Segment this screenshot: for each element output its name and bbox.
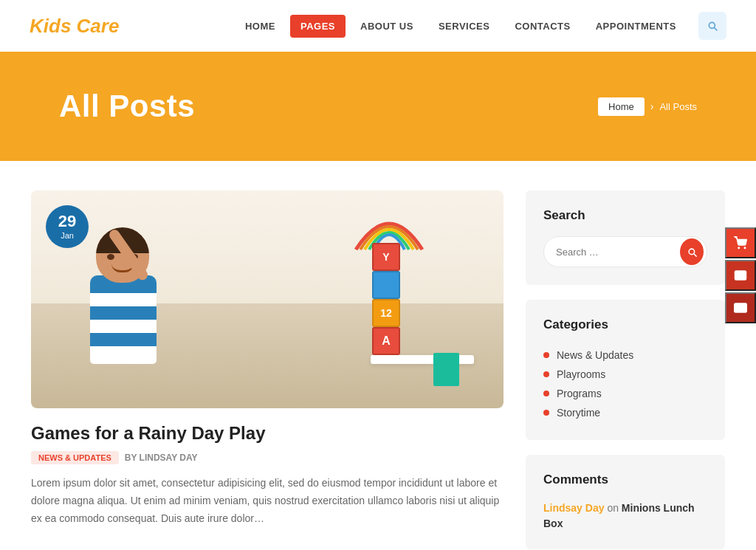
sidebar: Search Categories News & Updates Playroo… <box>526 190 725 550</box>
svg-rect-2 <box>735 303 747 312</box>
email-icon <box>734 269 747 282</box>
post-excerpt: Lorem ipsum dolor sit amet, consectetur … <box>31 475 504 527</box>
comments-widget-title: Comments <box>543 472 707 487</box>
nav-services[interactable]: SERVICES <box>428 15 501 38</box>
search-row <box>543 236 707 267</box>
category-dot <box>543 391 549 396</box>
comment-author-link[interactable]: Lindsay Day <box>543 502 604 514</box>
page-title: All Posts <box>59 89 195 124</box>
category-item-news[interactable]: News & Updates <box>543 346 707 365</box>
nav-pages[interactable]: PAGES <box>290 15 346 38</box>
logo[interactable]: Kids Care <box>30 15 119 38</box>
nav-home[interactable]: HOME <box>235 15 286 38</box>
posts-column: A 12 Y <box>31 190 504 550</box>
search-icon <box>707 20 718 32</box>
nav-appointments[interactable]: APPOINTMENTS <box>585 15 687 38</box>
search-submit-button[interactable] <box>680 238 704 265</box>
category-list: News & Updates Playrooms Programs Storyt… <box>543 346 707 422</box>
nav-about[interactable]: ABOUT US <box>350 15 424 38</box>
post-author-link[interactable]: LINDSAY DAY <box>140 453 198 463</box>
svg-point-0 <box>738 247 740 249</box>
card-icon <box>734 301 747 314</box>
post-category-tag[interactable]: NEWS & UPDATES <box>31 451 119 464</box>
float-cart-button[interactable] <box>725 227 756 258</box>
hero-banner: All Posts Home › All Posts <box>0 52 756 161</box>
search-widget-title: Search <box>543 208 707 223</box>
category-item-programs[interactable]: Programs <box>543 384 707 403</box>
header: Kids Care HOME PAGES ABOUT US SERVICES C… <box>0 0 756 52</box>
category-dot <box>543 410 549 416</box>
main-nav: HOME PAGES ABOUT US SERVICES CONTACTS AP… <box>235 12 726 40</box>
search-submit-icon <box>687 247 698 258</box>
float-email-button[interactable] <box>725 260 756 291</box>
comments-widget: Comments Lindsay Day on Minions Lunch Bo… <box>526 455 725 549</box>
post-date-badge: 29 Jan <box>46 205 89 248</box>
post-meta: NEWS & UPDATES BY LINDSAY DAY <box>31 451 504 464</box>
date-month: Jan <box>61 231 74 240</box>
comment-item: Lindsay Day on Minions Lunch Box <box>543 501 707 532</box>
post-title[interactable]: Games for a Rainy Day Play <box>31 423 504 444</box>
categories-widget: Categories News & Updates Playrooms Prog… <box>526 300 725 440</box>
category-label: Programs <box>557 388 602 399</box>
logo-text: Kids Care <box>30 15 119 37</box>
category-item-storytime[interactable]: Storytime <box>543 403 707 422</box>
breadcrumb-separator: › <box>650 100 654 112</box>
svg-point-1 <box>744 247 746 249</box>
breadcrumb-current: All Posts <box>659 101 697 112</box>
category-item-playrooms[interactable]: Playrooms <box>543 365 707 384</box>
float-buttons <box>725 227 756 323</box>
nav-contacts[interactable]: CONTACTS <box>504 15 580 38</box>
breadcrumb-home-link[interactable]: Home <box>598 97 645 116</box>
date-day: 29 <box>58 213 76 230</box>
breadcrumb: Home › All Posts <box>598 97 697 116</box>
comment-on: on <box>607 502 621 514</box>
categories-widget-title: Categories <box>543 317 707 332</box>
category-label: Playrooms <box>557 368 605 380</box>
post-author: BY LINDSAY DAY <box>125 453 198 463</box>
category-label: Storytime <box>557 407 600 419</box>
search-widget: Search <box>526 190 725 285</box>
post-card: A 12 Y <box>31 190 504 527</box>
cart-icon <box>734 236 747 250</box>
main-container: A 12 Y <box>16 190 740 550</box>
category-dot <box>543 352 549 358</box>
search-input[interactable] <box>556 247 680 258</box>
nav-search-button[interactable] <box>698 12 726 40</box>
float-card-button[interactable] <box>725 292 756 323</box>
post-image-wrap[interactable]: A 12 Y <box>31 190 504 408</box>
category-label: News & Updates <box>557 349 633 361</box>
category-dot <box>543 371 549 377</box>
